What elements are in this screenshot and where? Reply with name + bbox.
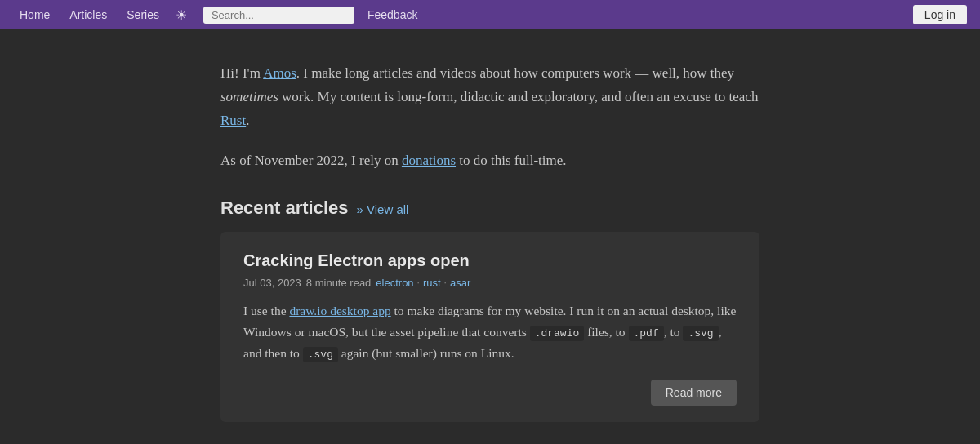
tag-rust[interactable]: rust [423, 277, 441, 289]
rust-link[interactable]: Rust [220, 113, 246, 128]
article-read-time: 8 minute read [306, 277, 372, 289]
intro-sometimes: sometimes [220, 89, 278, 104]
nav-home[interactable]: Home [13, 8, 56, 21]
navbar: Home Articles Series ☀ Feedback Log in [0, 0, 980, 29]
recent-articles-title: Recent articles [220, 198, 349, 219]
intro-as-of: As of November 2022, I rely on [220, 153, 402, 168]
search-input[interactable] [203, 7, 354, 24]
intro-paragraph-2: As of November 2022, I rely on donations… [220, 149, 760, 173]
intro-make: . I make long articles and videos about … [296, 65, 734, 81]
intro-work: work. My content is long-form, didactic … [278, 89, 759, 104]
intro-period: . [246, 113, 249, 128]
login-button[interactable]: Log in [913, 5, 967, 24]
nav-articles[interactable]: Articles [63, 8, 114, 21]
code-drawio: .drawio [530, 326, 585, 341]
intro-paragraph-1: Hi! I'm Amos. I make long articles and v… [220, 62, 760, 133]
read-more-row: Read more [243, 380, 737, 406]
read-more-button[interactable]: Read more [651, 380, 737, 406]
body-mid3: , to [664, 325, 684, 339]
view-all-link[interactable]: » View all [357, 202, 409, 216]
code-svg1: .svg [683, 326, 718, 341]
code-svg2: .svg [303, 347, 338, 362]
intro-hi: Hi! I'm [220, 65, 263, 81]
article-meta: Jul 03, 2023 8 minute read electron · ru… [243, 277, 737, 289]
tag-electron[interactable]: electron [376, 277, 413, 289]
article-tags: electron · rust · asar [376, 277, 470, 289]
main-content: Hi! I'm Amos. I make long articles and v… [204, 29, 776, 444]
sun-icon[interactable]: ☀ [172, 7, 190, 23]
body-pre: I use the [243, 304, 289, 317]
article-card: Cracking Electron apps open Jul 03, 2023… [220, 232, 760, 422]
intro-fulltime: to do this full-time. [456, 153, 567, 168]
code-pdf: .pdf [629, 326, 664, 341]
body-mid2: files, to [584, 325, 628, 339]
article-body: I use the draw.io desktop app to make di… [243, 300, 737, 365]
nav-feedback[interactable]: Feedback [361, 8, 424, 21]
nav-series[interactable]: Series [120, 8, 166, 21]
body-end: again (but smaller) runs on Linux. [338, 346, 514, 360]
article-title: Cracking Electron apps open [243, 251, 737, 270]
amos-link[interactable]: Amos [263, 65, 296, 81]
dot-2: · [444, 277, 447, 288]
drawio-link[interactable]: draw.io desktop app [289, 304, 390, 317]
donations-link[interactable]: donations [402, 153, 456, 168]
article-date: Jul 03, 2023 [243, 277, 301, 289]
tag-asar[interactable]: asar [450, 277, 470, 289]
recent-articles-header: Recent articles » View all [220, 198, 760, 219]
dot-1: · [417, 277, 420, 288]
